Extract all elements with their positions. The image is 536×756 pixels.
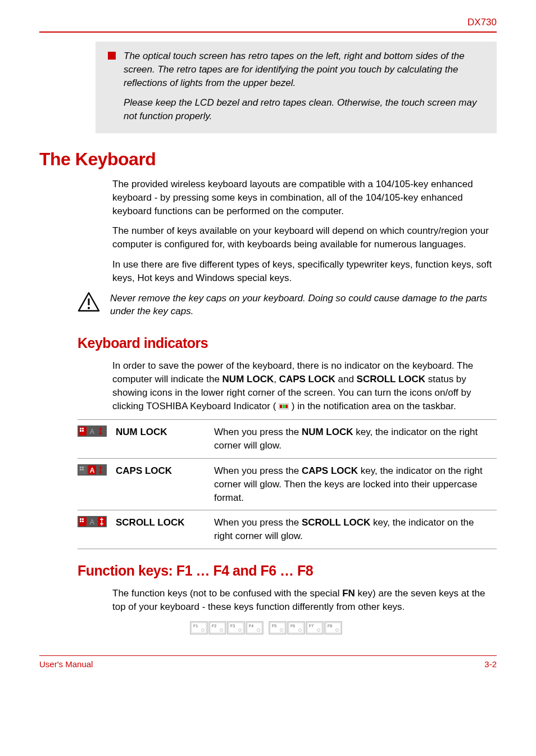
caps-lock-desc: When you press the CAPS LOCK key, the in… xyxy=(210,458,497,510)
footer-left: User's Manual xyxy=(39,659,93,669)
footer-right: 3-2 xyxy=(484,659,497,669)
indicators-table: A NUM LOCK When you press the NUM LOCK k… xyxy=(78,419,497,549)
function-keys-illustration: F1F2F3F4F5F6F7F8 xyxy=(189,621,347,635)
svg-rect-17 xyxy=(82,467,84,468)
warning-icon xyxy=(78,292,100,312)
svg-text:F2: F2 xyxy=(212,624,216,628)
svg-rect-4 xyxy=(280,405,282,408)
svg-rect-5 xyxy=(283,405,285,408)
svg-rect-6 xyxy=(285,405,288,408)
svg-text:A: A xyxy=(90,467,95,474)
footer: User's Manual 3-2 xyxy=(39,655,497,669)
table-row: A CAPS LOCK When you press the CAPS LOCK… xyxy=(78,458,497,510)
svg-rect-16 xyxy=(80,467,81,468)
note-p2: Please keep the LCD bezel and retro tape… xyxy=(124,96,484,123)
svg-text:F6: F6 xyxy=(290,624,295,628)
keyboard-heading: The Keyboard xyxy=(39,149,497,170)
num-lock-indicator-icon: A xyxy=(78,425,107,437)
svg-text:F4: F4 xyxy=(249,624,253,628)
indicators-heading: Keyboard indicators xyxy=(78,335,497,351)
indicators-intro: In order to save the power of the keyboa… xyxy=(112,359,497,413)
function-keys-heading: Function keys: F1 … F4 and F6 … F8 xyxy=(78,563,497,579)
keyboard-p3: In use there are five different types of… xyxy=(112,258,497,285)
scroll-lock-label: SCROLL LOCK xyxy=(111,510,210,549)
svg-rect-26 xyxy=(80,520,81,522)
svg-rect-24 xyxy=(80,518,81,520)
keyboard-indicator-tray-icon xyxy=(279,402,289,410)
table-row: A NUM LOCK When you press the NUM LOCK k… xyxy=(78,420,497,459)
svg-text:F7: F7 xyxy=(309,624,314,628)
header-model: DX730 xyxy=(39,17,497,31)
svg-text:F5: F5 xyxy=(272,624,276,628)
svg-rect-19 xyxy=(82,469,84,470)
num-lock-label: NUM LOCK xyxy=(111,420,210,459)
svg-rect-9 xyxy=(80,428,81,429)
svg-rect-12 xyxy=(82,430,84,432)
svg-rect-18 xyxy=(80,469,81,470)
keyboard-p2: The number of keys available on your key… xyxy=(112,224,497,251)
function-keys-p1: The function keys (not to be confused wi… xyxy=(112,587,497,614)
num-lock-desc: When you press the NUM LOCK key, the ind… xyxy=(210,420,497,459)
note-p1: The optical touch screen has retro tapes… xyxy=(124,49,484,89)
scroll-lock-desc: When you press the SCROLL LOCK key, the … xyxy=(210,510,497,549)
header-divider xyxy=(39,31,497,33)
table-row: A SCROLL LOCK When you press the SCROLL … xyxy=(78,510,497,549)
keyboard-p1: The provided wireless keyboard layouts a… xyxy=(112,178,497,218)
caps-lock-label: CAPS LOCK xyxy=(111,458,210,510)
bullet-icon xyxy=(108,52,116,60)
svg-text:F1: F1 xyxy=(193,624,198,628)
svg-text:A: A xyxy=(90,518,94,526)
svg-rect-25 xyxy=(82,518,84,520)
svg-rect-10 xyxy=(82,428,84,429)
scroll-lock-indicator-icon: A xyxy=(78,516,107,527)
svg-text:F8: F8 xyxy=(328,624,332,628)
svg-text:A: A xyxy=(90,428,94,436)
note-box: The optical touch screen has retro tapes… xyxy=(96,42,497,133)
svg-point-2 xyxy=(88,307,90,309)
warning-row: Never remove the key caps on your keyboa… xyxy=(78,292,497,319)
svg-text:F3: F3 xyxy=(230,624,235,628)
caps-lock-indicator-icon: A xyxy=(78,464,107,476)
svg-rect-11 xyxy=(80,430,81,432)
svg-rect-27 xyxy=(82,520,84,522)
warning-text: Never remove the key caps on your keyboa… xyxy=(110,292,497,319)
